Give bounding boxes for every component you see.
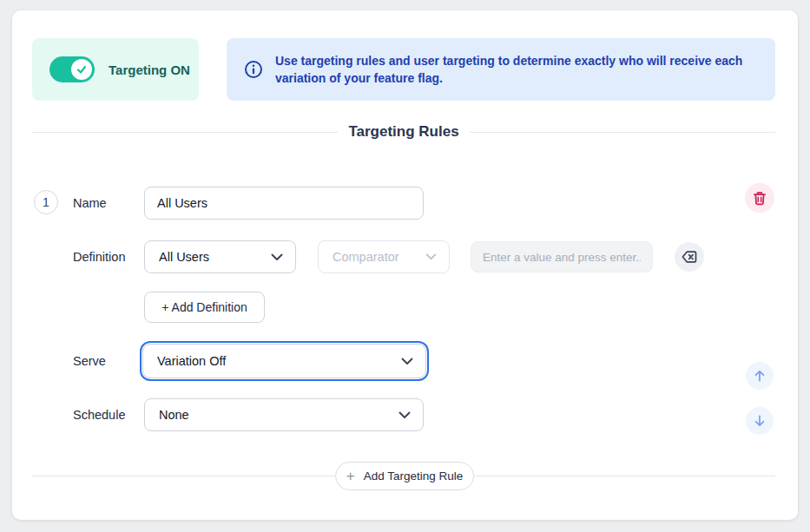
backspace-icon — [682, 251, 697, 263]
add-targeting-rule-label: Add Targeting Rule — [364, 470, 464, 483]
chevron-down-icon — [271, 253, 283, 261]
delete-rule-button[interactable] — [745, 183, 774, 213]
chevron-down-icon — [425, 253, 437, 260]
schedule-select-value: None — [159, 408, 189, 422]
info-icon — [244, 60, 263, 79]
schedule-select[interactable]: None — [144, 398, 424, 431]
definition-value-input[interactable] — [471, 241, 653, 273]
targeting-card: Targeting ON Use targeting rules and use… — [12, 10, 798, 520]
section-header: Targeting Rules — [32, 121, 775, 143]
rule-number-badge: 1 — [34, 190, 58, 214]
add-targeting-rule-button[interactable]: + Add Targeting Rule — [335, 462, 474, 490]
arrow-up-icon — [753, 369, 767, 383]
rule-name-input[interactable] — [144, 187, 424, 220]
chevron-down-icon — [398, 411, 411, 419]
move-rule-up-button[interactable] — [746, 362, 774, 390]
clear-definition-button[interactable] — [675, 242, 704, 272]
definition-label: Definition — [73, 250, 125, 264]
divider-left — [32, 132, 338, 133]
serve-select[interactable]: Variation Off — [142, 344, 426, 378]
serve-label: Serve — [73, 354, 106, 368]
chevron-down-icon — [401, 358, 413, 365]
targeting-toggle-panel: Targeting ON — [32, 38, 199, 101]
info-banner: Use targeting rules and user targeting t… — [227, 38, 775, 101]
comparator-select-placeholder: Comparator — [333, 250, 399, 264]
section-title: Targeting Rules — [348, 123, 458, 141]
plus-icon: + — [346, 469, 355, 483]
move-rule-down-button[interactable] — [746, 407, 774, 435]
trait-select-value: All Users — [159, 250, 209, 264]
divider-right — [470, 132, 775, 133]
trash-icon — [753, 191, 767, 206]
schedule-label: Schedule — [73, 408, 125, 422]
toggle-knob-check-icon — [71, 59, 92, 80]
comparator-select[interactable]: Comparator — [318, 240, 450, 273]
info-banner-text: Use targeting rules and user targeting t… — [275, 52, 758, 87]
add-definition-button[interactable]: + Add Definition — [144, 292, 265, 323]
name-label: Name — [73, 196, 107, 210]
targeting-toggle[interactable] — [49, 56, 95, 82]
trait-select[interactable]: All Users — [144, 240, 296, 273]
arrow-down-icon — [753, 414, 767, 428]
targeting-toggle-label: Targeting ON — [109, 62, 190, 77]
serve-select-value: Variation Off — [157, 354, 226, 368]
